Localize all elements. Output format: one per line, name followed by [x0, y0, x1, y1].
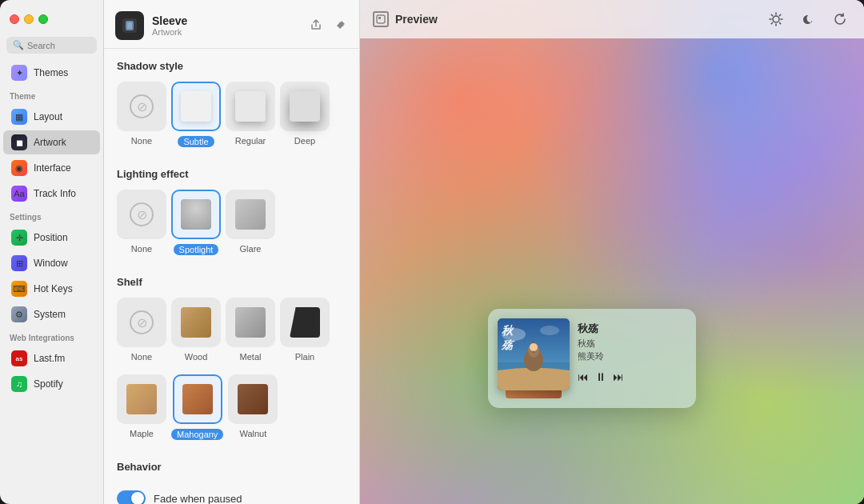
dark-mode-button[interactable]	[797, 8, 819, 30]
sidebar-item-label: Window	[34, 258, 68, 269]
shelf-wood-label: Wood	[185, 352, 208, 362]
shelf-mahogany-box[interactable]	[173, 374, 222, 424]
sidebar-item-interface[interactable]: ◉ Interface	[3, 156, 100, 180]
app-title: Sleeve	[152, 14, 300, 27]
traffic-lights	[0, 8, 103, 34]
play-pause-button[interactable]: ⏸	[595, 370, 606, 383]
sidebar-item-trackinfo[interactable]: Aa Track Info	[3, 182, 100, 206]
sidebar-item-label: Themes	[34, 67, 68, 78]
prev-button[interactable]: ⏮	[578, 370, 589, 383]
fade-paused-label: Fade when paused	[154, 493, 242, 505]
preview-panel: Preview	[360, 0, 864, 504]
svg-point-5	[773, 16, 779, 22]
shelf-stand	[506, 390, 562, 398]
sidebar-item-lastfm[interactable]: as Last.fm	[3, 346, 100, 370]
shadow-subtle-box[interactable]	[171, 82, 221, 131]
sidebar-item-system[interactable]: ⚙ System	[3, 302, 100, 326]
behavior-title: Behavior	[104, 450, 359, 479]
shelf-plain-box[interactable]	[280, 298, 330, 347]
sidebar-section-web: Web Integrations	[0, 327, 103, 346]
close-button[interactable]	[10, 14, 19, 24]
interface-icon: ◉	[11, 160, 27, 176]
shadow-deep-box[interactable]	[280, 82, 330, 131]
shelf-grid-2: Maple Mahogany Walnut	[104, 371, 359, 450]
fade-paused-toggle[interactable]	[117, 490, 146, 504]
content-panel: Sleeve Artwork S	[104, 0, 360, 504]
maximize-button[interactable]	[38, 14, 48, 24]
sidebar-item-label: Layout	[34, 111, 62, 122]
sidebar-item-label: Artwork	[34, 137, 66, 148]
search-icon: 🔍	[13, 40, 24, 50]
lighting-spotlight-box[interactable]	[171, 190, 221, 239]
shadow-regular-box[interactable]	[226, 82, 275, 131]
shelf-none-option[interactable]: ⊘ None	[117, 298, 166, 362]
lighting-none-option[interactable]: ⊘ None	[117, 190, 166, 255]
sidebar-item-hotkeys[interactable]: ⌨ Hot Keys	[3, 277, 100, 301]
shadow-deep-option[interactable]: Deep	[280, 82, 330, 147]
shelf-none-box[interactable]: ⊘	[117, 298, 166, 347]
shelf-walnut-option[interactable]: Walnut	[228, 374, 278, 440]
shelf-walnut-box[interactable]	[228, 374, 278, 424]
sidebar-item-artwork[interactable]: ◼ Artwork	[3, 130, 100, 154]
preview-header: Preview	[360, 0, 864, 38]
sidebar-section-theme: Theme	[0, 86, 103, 104]
sidebar-item-label: Spotify	[34, 378, 63, 390]
spotify-icon: ♫	[11, 376, 27, 392]
lighting-none-box[interactable]: ⊘	[117, 190, 166, 239]
sidebar-item-themes[interactable]: ✦ Themes	[3, 61, 100, 85]
shelf-maple-option[interactable]: Maple	[117, 374, 166, 440]
artwork-icon: ◼	[11, 134, 27, 150]
preview-title: Preview	[395, 13, 438, 26]
lighting-spotlight-option[interactable]: Spotlight	[171, 190, 221, 255]
trackinfo-icon: Aa	[11, 186, 27, 202]
sidebar-item-window[interactable]: ⊞ Window	[3, 251, 100, 275]
shadow-none-box[interactable]: ⊘	[117, 82, 166, 131]
shadow-style-title: Shadow style	[104, 49, 359, 78]
search-input[interactable]	[27, 41, 90, 50]
next-button[interactable]: ⏭	[613, 370, 624, 383]
player-widget: 秋 殇 秋殇 秋殇 熊美玲 ⏮ ⏸ ⏭	[488, 309, 696, 408]
share-button[interactable]	[308, 17, 324, 35]
shelf-metal-label: Metal	[240, 352, 262, 362]
lighting-effect-title: Lighting effect	[104, 157, 359, 186]
shadow-none-option[interactable]: ⊘ None	[117, 82, 166, 147]
preview-icon	[373, 11, 389, 27]
preview-controls	[765, 8, 851, 30]
search-bar[interactable]: 🔍	[6, 37, 97, 54]
lighting-glare-option[interactable]: Glare	[226, 190, 275, 255]
shadow-subtle-option[interactable]: Subtle	[171, 82, 221, 147]
sidebar-item-position[interactable]: ✛ Position	[3, 226, 100, 250]
pin-button[interactable]	[332, 17, 348, 35]
light-mode-button[interactable]	[765, 8, 787, 30]
svg-text:秋: 秋	[502, 324, 514, 337]
player-shelf: 秋 殇	[498, 318, 570, 398]
shadow-regular-label: Regular	[235, 136, 266, 146]
shadow-regular-option[interactable]: Regular	[226, 82, 275, 147]
svg-rect-2	[127, 22, 132, 29]
sidebar-item-spotify[interactable]: ♫ Spotify	[3, 372, 100, 396]
shelf-plain-option[interactable]: Plain	[280, 298, 330, 362]
shelf-wood-box[interactable]	[171, 298, 221, 347]
minimize-button[interactable]	[24, 14, 34, 24]
shelf-metal-box[interactable]	[226, 298, 275, 347]
window-icon: ⊞	[11, 255, 27, 271]
shadow-regular-preview	[235, 91, 266, 122]
shelf-wood-option[interactable]: Wood	[171, 298, 221, 362]
sidebar-item-label: Last.fm	[34, 353, 65, 364]
refresh-preview-button[interactable]	[829, 8, 851, 30]
sidebar-item-layout[interactable]: ▦ Layout	[3, 105, 100, 129]
player-controls: ⏮ ⏸ ⏭	[578, 370, 686, 383]
shelf-metal-preview	[235, 307, 266, 338]
app-subtitle: Artwork	[152, 27, 300, 37]
sidebar-section-settings: Settings	[0, 206, 103, 225]
shelf-mahogany-option[interactable]: Mahogany	[171, 374, 223, 440]
player-artist: 熊美玲	[578, 350, 686, 362]
player-song: 秋殇	[578, 322, 686, 336]
lighting-glare-box[interactable]	[226, 190, 275, 239]
shadow-deep-label: Deep	[294, 136, 315, 146]
shelf-maple-box[interactable]	[117, 374, 166, 424]
none-icon-lighting: ⊘	[130, 202, 154, 226]
header-actions	[308, 17, 348, 35]
sidebar-item-label: Hot Keys	[34, 283, 73, 294]
shelf-metal-option[interactable]: Metal	[226, 298, 275, 362]
